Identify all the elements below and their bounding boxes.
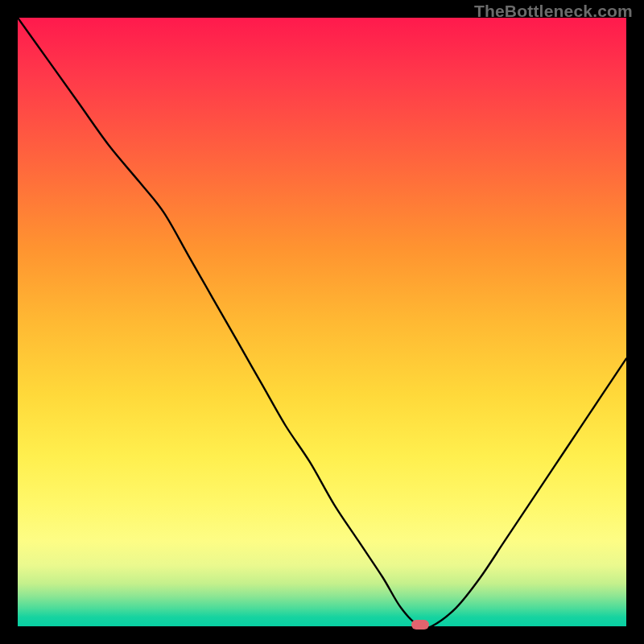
chart-frame: TheBottleneck.com — [0, 0, 644, 644]
bottleneck-curve — [18, 18, 626, 626]
plot-area — [18, 18, 626, 626]
optimum-marker — [411, 620, 429, 630]
